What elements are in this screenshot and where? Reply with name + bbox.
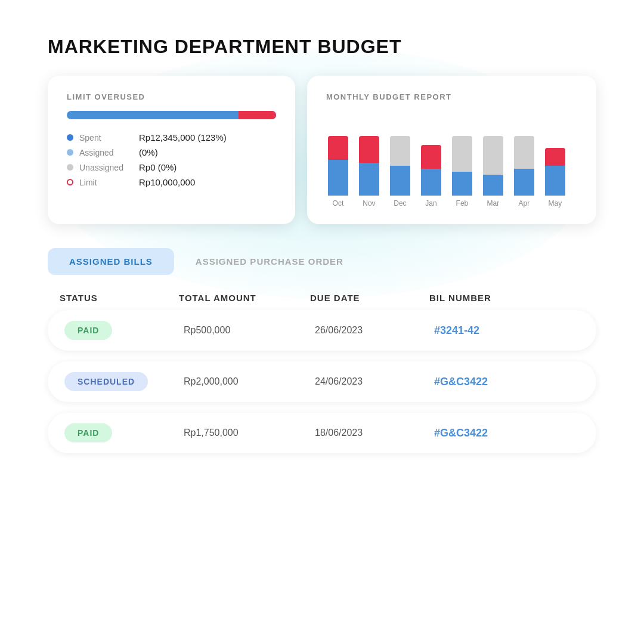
bill-date-3: 18/06/2023 [315, 428, 434, 438]
bar-feb-label: Feb [456, 199, 469, 208]
limit-dot [67, 179, 73, 185]
bar-dec-gray [390, 136, 410, 166]
limit-progress-bar [67, 111, 276, 119]
limit-label: Limit [79, 178, 139, 187]
tab-assigned-bills[interactable]: ASSIGNED BILLS [48, 248, 174, 275]
table-header: STATUS TOTAL AMOUNT DUE DATE BIL NUMBER [48, 293, 596, 310]
col-total-amount: TOTAL AMOUNT [179, 293, 310, 303]
col-status: STATUS [60, 293, 179, 303]
bar-may: May [543, 112, 567, 208]
bar-oct: Oct [326, 112, 350, 208]
limit-legend: Spent Rp12,345,000 (123%) Assigned (0%) … [67, 132, 276, 187]
bar-feb: Feb [450, 112, 474, 208]
limit-value: Rp10,000,000 [139, 177, 195, 187]
bill-status-1: PAID [64, 321, 184, 340]
unassigned-dot [67, 164, 73, 171]
col-bil-number: BIL NUMBER [429, 293, 549, 303]
bar-dec-blue [390, 166, 410, 196]
bill-amount-1: Rp500,000 [184, 325, 315, 336]
bill-row-2[interactable]: SCHEDULED Rp2,000,000 24/06/2023 #G&C342… [48, 361, 596, 402]
bar-apr-gray [514, 136, 534, 169]
bar-may-label: May [549, 199, 562, 208]
bill-status-2: SCHEDULED [64, 372, 184, 391]
bar-oct-label: Oct [333, 199, 344, 208]
assigned-label: Assigned [79, 148, 139, 157]
bill-amount-3: Rp1,750,000 [184, 428, 315, 438]
legend-item-spent: Spent Rp12,345,000 (123%) [67, 132, 276, 143]
bill-date-2: 24/06/2023 [315, 376, 434, 387]
bar-nov-label: Nov [363, 199, 375, 208]
col-due-date: DUE DATE [310, 293, 429, 303]
assigned-value: (0%) [139, 147, 158, 157]
limit-card-label: LIMIT OVERUSED [67, 92, 276, 101]
monthly-budget-card: MONTHLY BUDGET REPORT Oct Nov [307, 76, 596, 224]
spent-dot [67, 134, 73, 141]
bar-feb-blue [452, 172, 472, 196]
bar-jan-red [421, 145, 441, 169]
status-badge-1: PAID [64, 321, 112, 340]
tab-assigned-po[interactable]: ASSIGNED PURCHASE ORDER [174, 248, 365, 275]
bill-row-3[interactable]: PAID Rp1,750,000 18/06/2023 #G&C3422 [48, 413, 596, 453]
bar-apr-blue [514, 169, 534, 196]
bar-apr-label: Apr [519, 199, 530, 208]
bar-nov-blue [359, 163, 379, 196]
bill-number-2: #G&C3422 [434, 376, 553, 388]
page-title: MARKETING DEPARTMENT BUDGET [48, 36, 596, 58]
bar-mar-blue [483, 175, 503, 196]
bar-mar: Mar [481, 112, 505, 208]
bill-amount-2: Rp2,000,000 [184, 376, 315, 387]
bill-number-3: #G&C3422 [434, 427, 553, 439]
bar-nov-red [359, 136, 379, 163]
bar-feb-gray [452, 136, 472, 172]
legend-item-assigned: Assigned (0%) [67, 147, 276, 157]
bar-mar-label: Mar [487, 199, 500, 208]
bar-dec: Dec [388, 112, 412, 208]
bar-oct-red [328, 136, 348, 160]
bar-dec-label: Dec [394, 199, 406, 208]
limit-progress-overage [239, 111, 276, 119]
tabs-row: ASSIGNED BILLS ASSIGNED PURCHASE ORDER [48, 248, 596, 275]
bar-jan: Jan [419, 112, 443, 208]
bar-mar-gray [483, 136, 503, 175]
chart-label: MONTHLY BUDGET REPORT [326, 92, 577, 101]
bill-number-1: #3241-42 [434, 324, 553, 337]
top-cards: LIMIT OVERUSED Spent Rp12,345,000 (123%)… [48, 76, 596, 224]
bill-row-1[interactable]: PAID Rp500,000 26/06/2023 #3241-42 [48, 310, 596, 351]
bar-jan-blue [421, 169, 441, 196]
unassigned-value: Rp0 (0%) [139, 162, 177, 172]
bill-date-1: 26/06/2023 [315, 325, 434, 336]
assigned-dot [67, 149, 73, 156]
bar-chart: Oct Nov Dec [326, 112, 577, 208]
bill-status-3: PAID [64, 423, 184, 442]
unassigned-label: Unassigned [79, 163, 139, 172]
legend-item-limit: Limit Rp10,000,000 [67, 177, 276, 187]
bar-may-blue [545, 166, 565, 196]
legend-item-unassigned: Unassigned Rp0 (0%) [67, 162, 276, 172]
status-badge-2: SCHEDULED [64, 372, 148, 391]
status-badge-3: PAID [64, 423, 112, 442]
bar-nov: Nov [357, 112, 381, 208]
limit-overused-card: LIMIT OVERUSED Spent Rp12,345,000 (123%)… [48, 76, 295, 224]
spent-label: Spent [79, 133, 139, 143]
bar-may-red [545, 148, 565, 166]
spent-value: Rp12,345,000 (123%) [139, 132, 227, 143]
bar-oct-blue [328, 160, 348, 196]
bar-apr: Apr [512, 112, 536, 208]
bar-jan-label: Jan [425, 199, 436, 208]
